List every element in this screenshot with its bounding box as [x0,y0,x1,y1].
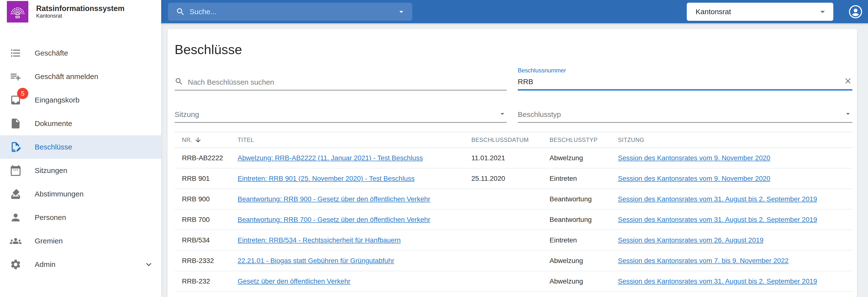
close-icon[interactable] [844,77,852,85]
cell-beschlussdatum: 25.11.2020 [464,175,542,183]
sidebar-item-beschluesse[interactable]: Beschlüsse [0,135,161,159]
group-icon [10,235,22,247]
table-row: RRB 901 Eintreten: RRB 901 (25. November… [175,168,852,189]
sidebar-item-label: Beschlüsse [35,143,72,151]
sitzung-link[interactable]: Session des Kantonsrates vom 9. November… [618,175,770,182]
cell-beschlusstyp: Eintreten [542,175,611,183]
sitzung-link[interactable]: Session des Kantonsrates vom 31. August … [618,277,817,285]
sidebar-item-label: Admin [35,260,56,269]
sidebar-item-personen[interactable]: Personen [0,206,161,229]
beschlussnummer-input[interactable] [518,78,844,86]
sidebar-item-label: Sitzungen [35,166,67,175]
sidebar-item-label: Geschäfte [35,49,68,57]
sidebar-item-label: Gremien [35,237,63,245]
caret-down-icon [817,6,828,17]
person-icon [10,212,22,223]
titel-link[interactable]: Gesetz über den öffentlichen Verkehr [238,277,350,285]
titel-link[interactable]: Abwelzung: RRB-AB2222 (11. Januar 2021) … [238,154,423,162]
cell-nr: RRB/534 [175,236,230,244]
cell-beschlusstyp: Beantwortung [542,195,611,203]
main-column: Kantonsrat Beschlüsse Beschlussnummer [161,0,868,297]
beschlusstyp-select[interactable]: Beschlusstyp [518,98,852,123]
topbar: Kantonsrat [161,0,868,23]
document-icon [10,118,22,129]
sitzung-link[interactable]: Session des Kantonsrates vom 31. August … [618,195,817,203]
sidebar-item-admin[interactable]: Admin [0,253,161,276]
sitzung-select[interactable]: Sitzung [175,98,507,123]
cell-beschlusstyp: Eintreten [542,236,611,244]
cell-beschlusstyp: Abwelzung [542,257,611,265]
sidebar-item-label: Geschäft anmelden [35,73,98,81]
column-header-beschlussdatum[interactable]: BESCHLUSSDATUM [464,136,542,143]
table-header: NR. TITEL BESCHLUSSDATUM BESCHLUSSTYP SI… [175,132,852,148]
titel-link[interactable]: 22.21.01 - Biogas statt Gebühren für Grü… [238,257,394,265]
cell-nr: RRB 900 [175,195,230,203]
playlist-add-icon [10,71,22,82]
sitzung-link[interactable]: Session des Kantonsrates vom 31. August … [618,216,817,223]
calendar-icon [10,165,22,177]
column-header-sitzung[interactable]: SITZUNG [611,136,852,143]
titel-link[interactable]: Beantwortung: RRB 900 - Gesetz über den … [238,195,430,203]
beschluesse-card: Beschlüsse Beschlussnummer Sitzung [167,29,857,297]
table-row: RRB 700 Beantwortung: RRB 700 - Gesetz ü… [175,210,852,230]
table-row: RRB-232 Gesetz über den öffentlichen Ver… [175,271,852,292]
parliament-icon [9,3,26,21]
titel-link[interactable]: Eintreten: RRB/534 - Rechtssicherheit fü… [238,236,401,244]
scope-selector-value: Kantonsrat [695,7,731,16]
global-search-input[interactable] [189,7,397,16]
cell-beschlusstyp: Beantwortung [542,216,611,224]
beschlussnummer-label: Beschlussnummer [518,67,566,74]
scope-selector[interactable]: Kantonsrat [687,3,833,21]
column-header-beschlusstyp[interactable]: BESCHLUSSTYP [542,136,611,143]
sidebar-item-geschaefte[interactable]: Geschäfte [0,42,161,65]
list-icon [10,47,22,59]
app-logo [7,1,28,23]
inbox-icon: 5 [10,94,22,106]
sidebar-item-label: Dokumente [35,119,72,128]
sidebar-nav: Geschäfte Geschäft anmelden 5 Eingangsko… [0,23,161,276]
chevron-down-icon[interactable] [144,259,154,270]
cell-beschlusstyp: Abwelzung [542,154,611,162]
page-title: Beschlüsse [175,42,852,57]
sitzung-link[interactable]: Session des Kantonsrates vom 7. bis 9. N… [618,257,788,265]
column-header-titel[interactable]: TITEL [230,136,464,143]
sitzung-link[interactable]: Session des Kantonsrates vom 26. August … [618,236,764,244]
table-row: RRB/534 Eintreten: RRB/534 - Rechtssiche… [175,230,852,251]
account-circle-icon[interactable] [849,5,862,19]
app-header: Ratsinformationssystem Kantonsrat [0,0,161,23]
sitzung-select-label: Sitzung [175,110,498,119]
beschluss-search-field[interactable] [175,65,507,90]
sidebar-item-dokumente[interactable]: Dokumente [0,112,161,135]
titel-link[interactable]: Eintreten: RRB 901 (25. November 2020) -… [238,175,415,182]
beschlusstyp-select-label: Beschlusstyp [518,110,844,119]
sidebar-item-sitzungen[interactable]: Sitzungen [0,159,161,182]
app-subtitle: Kantonsrat [36,13,125,19]
sidebar-item-eingangskorb[interactable]: 5 Eingangskorb [0,88,161,112]
sidebar-item-label: Personen [35,213,66,222]
unread-count-badge: 5 [17,88,28,99]
sitzung-link[interactable]: Session des Kantonsrates vom 9. November… [618,154,770,162]
caret-down-icon[interactable] [397,7,406,17]
cell-beschlusstyp: Abwelzung [542,277,611,285]
table-row: RRB-AB2222 Abwelzung: RRB-AB2222 (11. Ja… [175,148,852,168]
beschlussnummer-field[interactable]: Beschlussnummer [518,65,852,90]
global-search[interactable] [168,3,412,21]
caret-down-icon [498,109,507,118]
sidebar-item-gremien[interactable]: Gremien [0,229,161,253]
document-pen-icon [10,141,22,153]
cell-nr: RRB-232 [175,277,230,285]
column-header-nr[interactable]: NR. [175,136,230,144]
content-area: Beschlüsse Beschlussnummer Sitzung [161,23,868,297]
search-icon [176,7,185,17]
sidebar-item-label: Eingangskorb [35,96,80,104]
app-root: Ratsinformationssystem Kantonsrat Geschä… [0,0,868,297]
cell-beschlussdatum: 11.01.2021 [464,154,542,162]
sidebar-item-abstimmungen[interactable]: Abstimmungen [0,182,161,206]
arrow-down-sort-icon [194,136,202,144]
sidebar-item-geschaeft-anmelden[interactable]: Geschäft anmelden [0,65,161,88]
table-row: RRB-2332 22.21.01 - Biogas statt Gebühre… [175,251,852,271]
search-icon [175,77,183,86]
beschluss-search-input[interactable] [188,78,507,86]
titel-link[interactable]: Beantwortung: RRB 700 - Gesetz über den … [238,216,430,223]
caret-down-icon [844,109,852,118]
